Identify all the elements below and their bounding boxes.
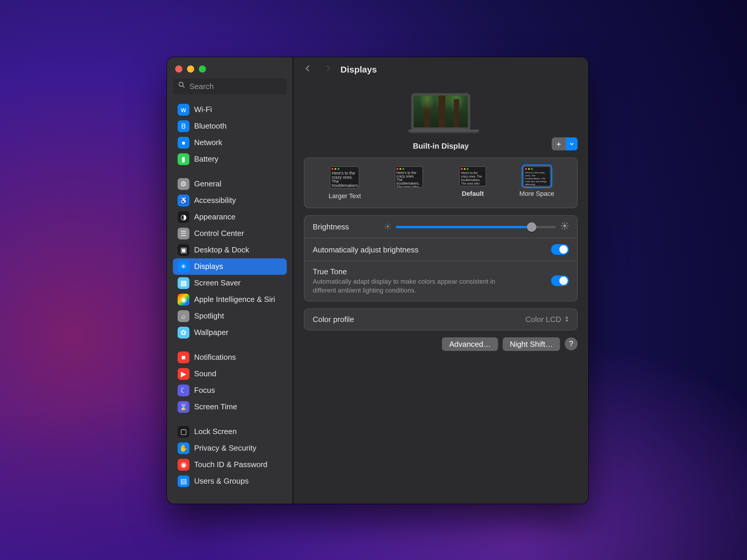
sidebar-item-network[interactable]: ●Network [173,134,287,151]
resolution-option-2[interactable]: Here's to the crazy ones. The troublemak… [388,166,430,198]
sidebar-item-label: Notifications [194,351,236,363]
advanced-button[interactable]: Advanced… [442,337,498,351]
sidebar-item-wifi-icon: ᴡ [178,104,189,115]
svg-line-19 [566,223,568,224]
sidebar-item-spotlight[interactable]: ⌕Spotlight [173,308,287,324]
sidebar-item-focus[interactable]: ☾Focus [173,382,287,399]
resolution-more-space[interactable]: Here's to the crazy ones. The troublemak… [516,166,558,197]
add-display-button[interactable]: + [552,137,566,151]
sidebar-item-label: Privacy & Security [194,442,256,454]
sidebar-item-apple-intelligence-siri[interactable]: ◉Apple Intelligence & Siri [173,291,287,308]
minimize-button[interactable] [187,65,194,73]
display-name: Built-in Display [413,141,468,151]
sidebar-item-label: Appearance [194,211,235,223]
sidebar-item-appearance[interactable]: ◑Appearance [173,209,287,225]
true-tone-toggle[interactable] [551,276,569,286]
sidebar-item-battery[interactable]: ▮Battery [173,151,287,167]
sidebar-item-accessibility[interactable]: ♿Accessibility [173,192,287,209]
sidebar-item-privacy-security-icon: ✋ [178,442,189,454]
sidebar-item-label: Control Center [194,228,244,239]
svg-line-1 [183,86,185,88]
svg-line-9 [386,228,386,228]
sidebar-item-focus-icon: ☾ [178,384,189,396]
sidebar-item-label: Screen Time [194,401,237,413]
svg-line-7 [386,224,386,225]
sidebar-item-wifi[interactable]: ᴡWi-Fi [173,102,287,118]
search-input[interactable] [173,78,287,95]
forward-button[interactable] [324,64,332,74]
brightness-section: Brightness A [304,215,578,301]
back-button[interactable] [304,64,312,74]
sidebar-item-label: Displays [194,261,223,272]
laptop-image [408,93,473,133]
sidebar-item-touch-id-password[interactable]: ◉Touch ID & Password [173,456,287,473]
sidebar-item-notifications[interactable]: ■Notifications [173,349,287,366]
sidebar-item-bluetooth[interactable]: BBluetooth [173,118,287,134]
sidebar-item-wallpaper[interactable]: ✿Wallpaper [173,324,287,341]
sidebar-item-label: General [194,178,222,190]
resolution-default[interactable]: Here's to the crazy ones. The troublemak… [452,166,494,197]
color-profile-select[interactable]: Color LCD ▲▼ [525,315,569,323]
sidebar-item-label: Bluetooth [194,120,227,132]
search-icon [178,81,186,91]
sidebar-item-appearance-icon: ◑ [178,211,189,223]
resolution-larger-text[interactable]: Here's to the crazy ones. The troublemak… [324,166,365,199]
sidebar-item-screen-time[interactable]: ⌛Screen Time [173,399,287,415]
sidebar-item-apple-intelligence-siri-icon: ◉ [178,294,189,305]
sidebar-item-displays[interactable]: ☀Displays [173,258,287,275]
sidebar-item-network-icon: ● [178,137,189,149]
sidebar-item-label: Sound [194,368,216,380]
sidebar-item-label: Lock Screen [194,426,237,437]
sidebar-item-control-center-icon: ☰ [178,228,189,239]
brightness-low-icon [384,222,391,232]
sidebar-item-privacy-security[interactable]: ✋Privacy & Security [173,440,287,456]
svg-point-2 [387,225,389,227]
sidebar-item-sound-icon: ▶ [178,368,189,380]
sidebar-list: ᴡWi-FiBBluetooth●Network▮Battery⚙General… [167,100,293,504]
sidebar-item-displays-icon: ☀ [178,261,189,272]
zoom-button[interactable] [199,65,206,73]
svg-line-8 [389,228,390,228]
auto-brightness-label: Automatically adjust brightness [313,245,418,254]
sidebar-item-users-groups-icon: ▤ [178,475,189,487]
brightness-slider[interactable] [396,225,556,228]
brightness-label: Brightness [313,222,349,231]
color-profile-section: Color profile Color LCD ▲▼ [304,308,578,330]
sidebar-item-label: Users & Groups [194,475,249,487]
auto-brightness-toggle[interactable] [551,244,569,255]
sidebar-item-general[interactable]: ⚙General [173,176,287,192]
sidebar-item-bluetooth-icon: B [178,120,189,132]
sidebar-item-desktop-dock[interactable]: ▣Desktop & Dock [173,242,287,258]
sidebar-item-label: Network [194,137,222,149]
toolbar: Displays [293,57,588,81]
updown-icon: ▲▼ [565,316,569,323]
sidebar-item-label: Apple Intelligence & Siri [194,294,275,305]
svg-point-0 [179,82,183,86]
sidebar-item-label: Wallpaper [194,327,228,339]
sidebar-item-label: Accessibility [194,195,236,207]
sidebar: ᴡWi-FiBBluetooth●Network▮Battery⚙General… [167,57,293,504]
sidebar-item-sound[interactable]: ▶Sound [173,366,287,382]
add-display-menu[interactable] [566,137,578,151]
sidebar-item-accessibility-icon: ♿ [178,195,189,207]
svg-point-11 [563,224,566,227]
sidebar-item-touch-id-password-icon: ◉ [178,459,189,471]
sidebar-item-label: Battery [194,153,218,165]
display-hero: Built-in Display + [304,81,578,158]
true-tone-label: True Tone [313,267,501,276]
sidebar-item-wallpaper-icon: ✿ [178,327,189,339]
help-button[interactable]: ? [565,337,578,350]
night-shift-button[interactable]: Night Shift… [503,337,560,351]
sidebar-item-label: Wi-Fi [194,104,212,115]
close-button[interactable] [175,65,182,73]
sidebar-item-label: Screen Saver [194,277,241,289]
sidebar-item-users-groups[interactable]: ▤Users & Groups [173,473,287,489]
sidebar-item-lock-screen[interactable]: ▢Lock Screen [173,424,287,440]
sidebar-item-screen-saver-icon: ▩ [178,277,189,289]
sidebar-item-control-center[interactable]: ☰Control Center [173,225,287,242]
brightness-high-icon [561,222,569,232]
svg-line-17 [566,228,568,229]
sidebar-item-label: Focus [194,384,215,396]
window-controls [167,57,293,78]
sidebar-item-screen-saver[interactable]: ▩Screen Saver [173,275,287,291]
